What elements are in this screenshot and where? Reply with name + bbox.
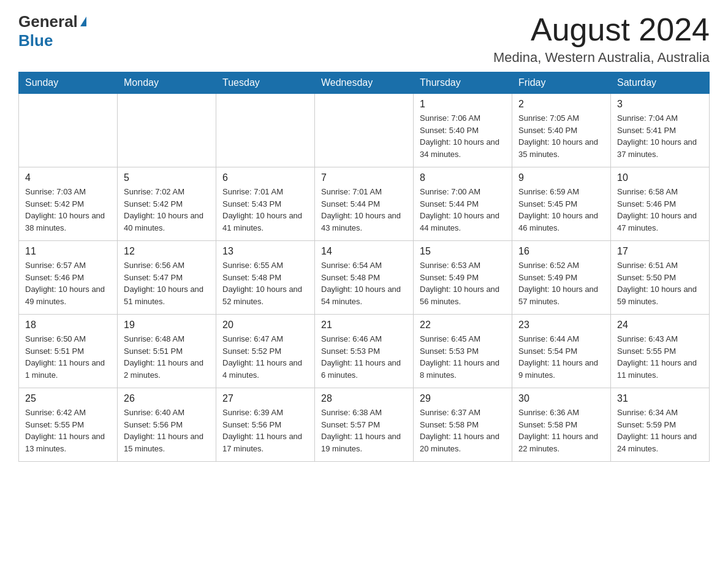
logo-general-text: General	[18, 12, 78, 31]
day-info: Sunrise: 6:50 AMSunset: 5:51 PMDaylight:…	[25, 333, 111, 381]
calendar-cell	[118, 94, 216, 167]
day-info: Sunrise: 7:01 AMSunset: 5:43 PMDaylight:…	[222, 186, 308, 234]
title-area: August 2024 Medina, Western Australia, A…	[493, 12, 710, 66]
calendar-cell: 30Sunrise: 6:36 AMSunset: 5:58 PMDayligh…	[512, 388, 611, 462]
calendar-cell: 1Sunrise: 7:06 AMSunset: 5:40 PMDaylight…	[414, 94, 512, 167]
calendar-cell: 13Sunrise: 6:55 AMSunset: 5:48 PMDayligh…	[216, 241, 315, 315]
day-info: Sunrise: 7:04 AMSunset: 5:41 PMDaylight:…	[617, 112, 703, 160]
day-number: 2	[518, 99, 604, 110]
day-info: Sunrise: 6:57 AMSunset: 5:46 PMDaylight:…	[25, 259, 111, 307]
calendar-cell	[315, 94, 414, 167]
calendar-cell: 27Sunrise: 6:39 AMSunset: 5:56 PMDayligh…	[216, 388, 315, 462]
calendar-cell: 18Sunrise: 6:50 AMSunset: 5:51 PMDayligh…	[19, 315, 118, 388]
calendar-cell: 20Sunrise: 6:47 AMSunset: 5:52 PMDayligh…	[216, 315, 315, 388]
calendar-cell: 5Sunrise: 7:02 AMSunset: 5:42 PMDaylight…	[118, 167, 216, 241]
day-number: 13	[222, 246, 308, 257]
calendar-cell	[216, 94, 315, 167]
day-info: Sunrise: 6:40 AMSunset: 5:56 PMDaylight:…	[124, 407, 210, 454]
calendar-cell: 6Sunrise: 7:01 AMSunset: 5:43 PMDaylight…	[216, 167, 315, 241]
calendar-cell: 28Sunrise: 6:38 AMSunset: 5:57 PMDayligh…	[315, 388, 414, 462]
day-number: 19	[124, 320, 210, 331]
logo: General Blue	[18, 12, 86, 50]
day-number: 29	[420, 393, 506, 404]
day-info: Sunrise: 7:01 AMSunset: 5:44 PMDaylight:…	[321, 186, 407, 234]
page-header: General Blue August 2024 Medina, Western…	[18, 12, 710, 66]
weekday-header-sunday: Sunday	[19, 72, 118, 94]
day-number: 4	[25, 172, 111, 183]
day-number: 22	[420, 320, 506, 331]
day-info: Sunrise: 6:37 AMSunset: 5:58 PMDaylight:…	[420, 407, 506, 454]
calendar-cell: 2Sunrise: 7:05 AMSunset: 5:40 PMDaylight…	[512, 94, 611, 167]
day-info: Sunrise: 6:51 AMSunset: 5:50 PMDaylight:…	[617, 259, 703, 307]
calendar-week-2: 4Sunrise: 7:03 AMSunset: 5:42 PMDaylight…	[19, 167, 710, 241]
day-info: Sunrise: 6:53 AMSunset: 5:49 PMDaylight:…	[420, 259, 506, 307]
calendar-cell: 22Sunrise: 6:45 AMSunset: 5:53 PMDayligh…	[414, 315, 512, 388]
day-number: 11	[25, 246, 111, 257]
calendar-cell: 24Sunrise: 6:43 AMSunset: 5:55 PMDayligh…	[611, 315, 710, 388]
day-number: 12	[124, 246, 210, 257]
day-number: 3	[617, 99, 703, 110]
calendar-cell: 15Sunrise: 6:53 AMSunset: 5:49 PMDayligh…	[414, 241, 512, 315]
day-info: Sunrise: 7:02 AMSunset: 5:42 PMDaylight:…	[124, 186, 210, 234]
calendar-cell: 23Sunrise: 6:44 AMSunset: 5:54 PMDayligh…	[512, 315, 611, 388]
day-number: 16	[518, 246, 604, 257]
day-number: 8	[420, 172, 506, 183]
day-number: 24	[617, 320, 703, 331]
day-number: 7	[321, 172, 407, 183]
calendar-cell: 7Sunrise: 7:01 AMSunset: 5:44 PMDaylight…	[315, 167, 414, 241]
calendar-header: SundayMondayTuesdayWednesdayThursdayFrid…	[19, 72, 710, 94]
calendar-cell	[19, 94, 118, 167]
day-info: Sunrise: 6:45 AMSunset: 5:53 PMDaylight:…	[420, 333, 506, 381]
day-number: 21	[321, 320, 407, 331]
calendar-cell: 19Sunrise: 6:48 AMSunset: 5:51 PMDayligh…	[118, 315, 216, 388]
day-info: Sunrise: 7:05 AMSunset: 5:40 PMDaylight:…	[518, 112, 604, 160]
day-info: Sunrise: 6:55 AMSunset: 5:48 PMDaylight:…	[222, 259, 308, 307]
calendar-cell: 25Sunrise: 6:42 AMSunset: 5:55 PMDayligh…	[19, 388, 118, 462]
calendar-week-3: 11Sunrise: 6:57 AMSunset: 5:46 PMDayligh…	[19, 241, 710, 315]
calendar-week-4: 18Sunrise: 6:50 AMSunset: 5:51 PMDayligh…	[19, 315, 710, 388]
calendar-cell: 10Sunrise: 6:58 AMSunset: 5:46 PMDayligh…	[611, 167, 710, 241]
weekday-header-row: SundayMondayTuesdayWednesdayThursdayFrid…	[19, 72, 710, 94]
day-info: Sunrise: 7:06 AMSunset: 5:40 PMDaylight:…	[420, 112, 506, 160]
calendar-cell: 11Sunrise: 6:57 AMSunset: 5:46 PMDayligh…	[19, 241, 118, 315]
weekday-header-saturday: Saturday	[611, 72, 710, 94]
calendar-cell: 16Sunrise: 6:52 AMSunset: 5:49 PMDayligh…	[512, 241, 611, 315]
day-info: Sunrise: 6:34 AMSunset: 5:59 PMDaylight:…	[617, 407, 703, 454]
day-number: 17	[617, 246, 703, 257]
day-info: Sunrise: 6:52 AMSunset: 5:49 PMDaylight:…	[518, 259, 604, 307]
day-number: 18	[25, 320, 111, 331]
day-info: Sunrise: 6:42 AMSunset: 5:55 PMDaylight:…	[25, 407, 111, 454]
calendar-cell: 9Sunrise: 6:59 AMSunset: 5:45 PMDaylight…	[512, 167, 611, 241]
calendar-body: 1Sunrise: 7:06 AMSunset: 5:40 PMDaylight…	[19, 94, 710, 462]
calendar-cell: 26Sunrise: 6:40 AMSunset: 5:56 PMDayligh…	[118, 388, 216, 462]
logo-blue-part	[78, 17, 86, 28]
day-number: 31	[617, 393, 703, 404]
day-info: Sunrise: 6:44 AMSunset: 5:54 PMDaylight:…	[518, 333, 604, 381]
day-info: Sunrise: 6:43 AMSunset: 5:55 PMDaylight:…	[617, 333, 703, 381]
day-number: 1	[420, 99, 506, 110]
day-number: 9	[518, 172, 604, 183]
weekday-header-thursday: Thursday	[414, 72, 512, 94]
weekday-header-wednesday: Wednesday	[315, 72, 414, 94]
calendar-cell: 8Sunrise: 7:00 AMSunset: 5:44 PMDaylight…	[414, 167, 512, 241]
logo-arrow-icon	[80, 17, 86, 26]
day-number: 15	[420, 246, 506, 257]
calendar-cell: 31Sunrise: 6:34 AMSunset: 5:59 PMDayligh…	[611, 388, 710, 462]
day-number: 26	[124, 393, 210, 404]
calendar-cell: 21Sunrise: 6:46 AMSunset: 5:53 PMDayligh…	[315, 315, 414, 388]
day-number: 30	[518, 393, 604, 404]
calendar-cell: 12Sunrise: 6:56 AMSunset: 5:47 PMDayligh…	[118, 241, 216, 315]
day-number: 25	[25, 393, 111, 404]
calendar-table: SundayMondayTuesdayWednesdayThursdayFrid…	[18, 72, 710, 462]
calendar-cell: 29Sunrise: 6:37 AMSunset: 5:58 PMDayligh…	[414, 388, 512, 462]
day-info: Sunrise: 7:00 AMSunset: 5:44 PMDaylight:…	[420, 186, 506, 234]
day-info: Sunrise: 6:48 AMSunset: 5:51 PMDaylight:…	[124, 333, 210, 381]
calendar-cell: 3Sunrise: 7:04 AMSunset: 5:41 PMDaylight…	[611, 94, 710, 167]
day-number: 23	[518, 320, 604, 331]
day-info: Sunrise: 6:38 AMSunset: 5:57 PMDaylight:…	[321, 407, 407, 454]
calendar-cell: 14Sunrise: 6:54 AMSunset: 5:48 PMDayligh…	[315, 241, 414, 315]
calendar-cell: 17Sunrise: 6:51 AMSunset: 5:50 PMDayligh…	[611, 241, 710, 315]
day-info: Sunrise: 6:36 AMSunset: 5:58 PMDaylight:…	[518, 407, 604, 454]
weekday-header-tuesday: Tuesday	[216, 72, 315, 94]
day-number: 28	[321, 393, 407, 404]
